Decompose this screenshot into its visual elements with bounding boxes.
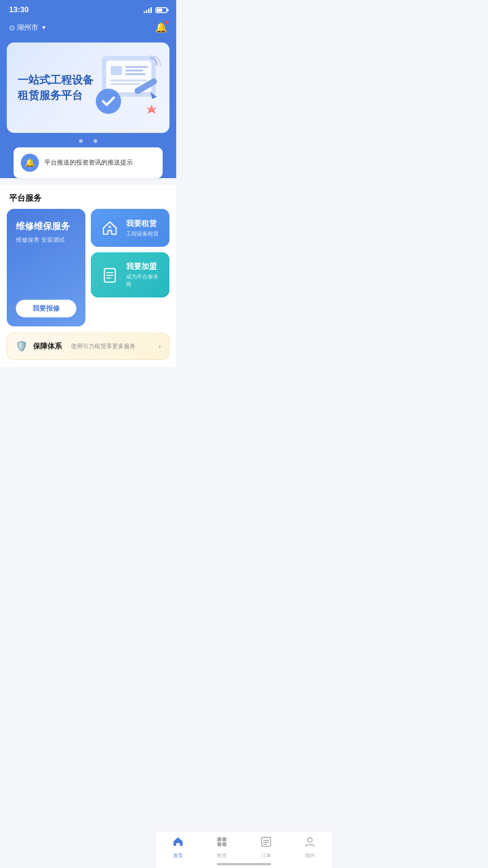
rental-card-subtitle: 工程设备租赁 <box>126 230 159 238</box>
rental-card-title: 我要租赁 <box>126 218 159 229</box>
dot-1[interactable] <box>79 139 83 143</box>
repair-card-title: 维修维保服务 <box>16 220 76 232</box>
notification-badge <box>164 20 169 24</box>
banner-dots <box>7 139 169 143</box>
location-text: 湖州市 <box>17 23 38 33</box>
chevron-right-icon: › <box>159 342 161 350</box>
guarantee-subtitle: 使用引力租赁享更多服务 <box>71 342 136 350</box>
status-icons <box>144 7 167 13</box>
section-title: 平台服务 <box>0 193 176 209</box>
house-icon <box>100 218 120 238</box>
right-column: 我要租赁 工程设备租赁 我要加盟 <box>91 209 169 297</box>
header: ⊙ 湖州市 ▼ 🔔 <box>0 18 176 42</box>
repair-card-subtitle: 维修保养 安装调试 <box>16 236 76 244</box>
shield-icon: 🛡️ <box>15 340 28 352</box>
signal-icon <box>144 7 152 13</box>
dot-3[interactable] <box>94 139 97 143</box>
dot-2[interactable] <box>86 139 90 143</box>
notification-strip-icon: 🔔 <box>21 154 39 172</box>
guarantee-banner[interactable]: 🛡️ 保障体系 使用引力租赁享更多服务 › <box>7 333 169 360</box>
chevron-down-icon: ▼ <box>41 24 47 31</box>
bell-filled-icon: 🔔 <box>25 158 35 168</box>
location-icon: ⊙ <box>9 24 15 32</box>
location-button[interactable]: ⊙ 湖州市 ▼ <box>9 23 47 33</box>
battery-icon <box>155 7 167 13</box>
join-card[interactable]: 我要加盟 成为平台服务商 <box>91 252 169 297</box>
svg-rect-3 <box>125 66 148 68</box>
join-card-title: 我要加盟 <box>126 261 160 272</box>
join-card-subtitle: 成为平台服务商 <box>126 273 160 288</box>
svg-marker-11 <box>146 105 157 114</box>
banner-title: 一站式工程设备租赁服务平台 <box>18 72 159 103</box>
notification-strip[interactable]: 🔔 平台推送的投资资讯的推送提示 <box>14 147 163 178</box>
services-grid: 维修维保服务 维修保养 安装调试 我要报修 <box>0 209 176 326</box>
repair-button[interactable]: 我要报修 <box>16 300 76 317</box>
svg-rect-4 <box>125 70 143 71</box>
repair-service-card[interactable]: 维修维保服务 维修保养 安装调试 我要报修 <box>7 209 85 326</box>
banner-container: 一站式工程设备租赁服务平台 <box>0 42 176 152</box>
notification-strip-text: 平台推送的投资资讯的推送提示 <box>44 159 133 167</box>
banner-text: 一站式工程设备租赁服务平台 <box>18 72 159 103</box>
status-bar: 13:30 <box>0 0 176 18</box>
notification-button[interactable]: 🔔 <box>155 22 167 33</box>
status-time: 13:30 <box>9 5 28 14</box>
guarantee-title: 保障体系 <box>33 342 62 351</box>
rental-card[interactable]: 我要租赁 工程设备租赁 <box>91 209 169 247</box>
document-icon <box>100 265 120 285</box>
main-content: 一站式工程设备租赁服务平台 <box>0 42 176 412</box>
banner-card[interactable]: 一站式工程设备租赁服务平台 <box>7 42 169 133</box>
svg-point-12 <box>108 226 111 228</box>
